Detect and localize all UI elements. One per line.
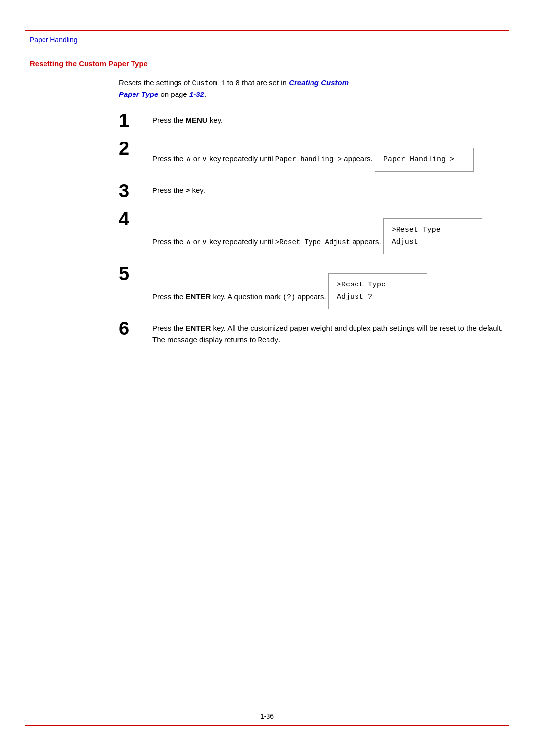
steps-container: 1 Press the MENU key. 2 Press the ∧ or ∨…	[119, 111, 504, 346]
step-2-code: Paper handling >	[275, 155, 342, 163]
step-1: 1 Press the MENU key.	[119, 111, 504, 130]
step-4-display-line1: >Reset Type	[392, 224, 474, 236]
intro-part3: that are set in	[240, 78, 289, 87]
step-2: 2 Press the ∧ or ∨ key repeatedly until …	[119, 139, 504, 178]
step-2-display-line1: Paper Handling >	[383, 153, 465, 166]
step-5-display-line1: >Reset Type	[337, 279, 419, 291]
intro-code1: Custom 1	[192, 79, 225, 87]
step-5-display-line2: Adjust ?	[337, 291, 419, 304]
intro-code2: 8	[236, 79, 240, 87]
step-4-number: 4	[119, 209, 143, 228]
section-title: Resetting the Custom Paper Type	[30, 59, 504, 68]
step-6-content: Press the ENTER key. All the customized …	[152, 319, 504, 346]
step-3-content: Press the > key.	[152, 182, 504, 196]
intro-part4: on page	[158, 90, 189, 98]
step-3: 3 Press the > key.	[119, 182, 504, 200]
step-2-number: 2	[119, 139, 143, 158]
step-2-content: Press the ∧ or ∨ key repeatedly until Pa…	[152, 139, 504, 178]
step-4-code: >Reset Type Adjust	[275, 238, 350, 246]
step-5: 5 Press the ENTER key. A question mark (…	[119, 264, 504, 315]
top-border	[25, 30, 509, 31]
step-5-enter-bold: ENTER	[186, 292, 211, 300]
step-4-display-line2: Adjust	[392, 236, 474, 249]
step-1-content: Press the MENU key.	[152, 111, 504, 126]
step-1-number: 1	[119, 111, 143, 130]
step-2-display: Paper Handling >	[375, 148, 474, 172]
page-number: 1-36	[260, 712, 274, 720]
step-5-display: >Reset Type Adjust ?	[328, 273, 427, 309]
intro-part5: .	[204, 90, 206, 98]
bottom-border	[25, 725, 509, 726]
main-content: Resetting the Custom Paper Type Resets t…	[30, 59, 504, 707]
breadcrumb-text: Paper Handling	[30, 36, 78, 44]
step-6: 6 Press the ENTER key. All the customize…	[119, 319, 504, 346]
breadcrumb-link[interactable]: Paper Handling	[30, 36, 78, 44]
step-6-ready: Ready	[258, 336, 278, 344]
step-6-enter-bold: ENTER	[186, 324, 211, 332]
step-5-content: Press the ENTER key. A question mark (?)…	[152, 264, 504, 315]
step-5-qmark: (?)	[283, 293, 295, 301]
intro-paragraph: Resets the settings of Custom 1 to 8 tha…	[119, 77, 504, 100]
step-5-number: 5	[119, 264, 143, 283]
step-3-bold: >	[186, 186, 190, 194]
step-4-display: >Reset Type Adjust	[383, 218, 482, 254]
step-4-content: Press the ∧ or ∨ key repeatedly until >R…	[152, 209, 504, 260]
step-4: 4 Press the ∧ or ∨ key repeatedly until …	[119, 209, 504, 260]
step-3-number: 3	[119, 182, 143, 200]
intro-part2: to	[225, 78, 236, 87]
intro-part1: Resets the settings of	[119, 78, 192, 87]
step-1-menu-bold: MENU	[186, 116, 208, 124]
content-area: Resets the settings of Custom 1 to 8 tha…	[119, 77, 504, 346]
step-6-number: 6	[119, 319, 143, 338]
page-link[interactable]: 1-32	[189, 90, 204, 98]
